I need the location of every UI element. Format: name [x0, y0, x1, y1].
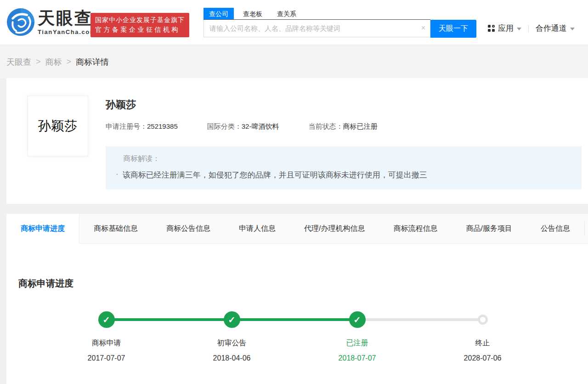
- tab-agency-info[interactable]: 代理/办理机构信息: [290, 214, 379, 243]
- official-endorsement-badge: 国家中小企业发展子基金旗下 官方备案企业征信机构: [90, 13, 189, 37]
- breadcrumb-home[interactable]: 天眼查: [6, 57, 31, 68]
- search-input[interactable]: [204, 20, 430, 37]
- timeline-step-preliminary: ✓ 初审公告 2018-04-06: [169, 311, 294, 362]
- field-value: 25219385: [147, 122, 178, 130]
- chevron-down-icon: [570, 28, 575, 30]
- tab-basic-info[interactable]: 商标基础信息: [79, 214, 152, 243]
- field-value: 32-啤酒饮料: [242, 122, 279, 130]
- trademark-summary-card: 孙颖莎 孙颖莎 申请注册号：25219385 国际分类：32-啤酒饮料 当前状态…: [6, 78, 588, 204]
- search-box: ×: [204, 20, 430, 37]
- step-name: 已注册: [294, 338, 420, 348]
- tab-application-progress[interactable]: 商标申请进度: [6, 214, 79, 244]
- tab-announcement-info[interactable]: 商标公告信息: [152, 214, 225, 243]
- tab-process-info[interactable]: 商标流程信息: [379, 214, 452, 243]
- apps-grid-icon: [488, 25, 495, 32]
- timeline-step-termination: 终止 2028-07-06: [420, 311, 545, 362]
- step-date: 2018-04-06: [169, 354, 294, 362]
- trademark-interpretation-box: 商标解读： · 该商标已经注册满三年，如侵犯了您的品牌，并且可证明该商标未进行使…: [106, 146, 582, 189]
- tab-divider: [584, 221, 585, 236]
- tab-applicant-info[interactable]: 申请人信息: [225, 214, 290, 243]
- progress-section: 商标申请进度 ✓ 商标申请 2017-07-07 ✓ 初审公告 2018-04-…: [6, 244, 588, 384]
- logo-text: 天眼查 TianYanCha.com: [38, 9, 96, 35]
- top-nav: 应用 合作通道: [488, 23, 575, 34]
- nav-apps-label: 应用: [498, 23, 514, 34]
- search-tab-boss[interactable]: 查老板: [237, 8, 268, 19]
- check-circle-icon: ✓: [98, 311, 115, 328]
- progress-section-title: 商标申请进度: [18, 277, 74, 290]
- pending-circle-icon: [478, 315, 488, 325]
- interpretation-title: 商标解读：: [123, 154, 572, 164]
- clear-input-icon[interactable]: ×: [421, 23, 425, 33]
- trademark-fields: 申请注册号：25219385 国际分类：32-啤酒饮料 当前状态：商标已注册: [106, 122, 407, 131]
- check-circle-icon: ✓: [224, 311, 240, 328]
- interpretation-text: 该商标已经注册满三年，如侵犯了您的品牌，并且可证明该商标未进行使用，可提出撤三: [123, 170, 427, 180]
- badge-line2: 官方备案企业征信机构: [95, 25, 185, 34]
- field-label: 申请注册号：: [106, 122, 147, 130]
- tianyancha-logo[interactable]: 天眼查 TianYanCha.com: [6, 8, 96, 36]
- field-label: 当前状态：: [308, 122, 343, 130]
- step-date: 2018-07-07: [294, 354, 420, 362]
- trademark-name: 孙颖莎: [106, 98, 136, 112]
- detail-tabbar: 商标申请进度 商标基础信息 商标公告信息 申请人信息 代理/办理机构信息 商标流…: [6, 214, 588, 244]
- trademark-image: 孙颖莎: [28, 96, 88, 156]
- field-label: 国际分类：: [207, 122, 242, 130]
- timeline-step-application: ✓ 商标申请 2017-07-07: [44, 311, 169, 362]
- nav-apps[interactable]: 应用: [488, 23, 521, 34]
- search-button[interactable]: 天眼一下: [430, 20, 476, 38]
- check-circle-icon: ✓: [349, 311, 366, 328]
- step-name: 商标申请: [44, 338, 169, 348]
- chevron-down-icon: [517, 28, 521, 30]
- tab-gazette-info[interactable]: 公告信息: [526, 214, 584, 243]
- progress-timeline: ✓ 商标申请 2017-07-07 ✓ 初审公告 2018-04-06 ✓ 已注…: [44, 311, 545, 362]
- field-value: 商标已注册: [343, 122, 377, 130]
- search-module: 查公司 查老板 查关系 × 天眼一下: [204, 8, 476, 38]
- bullet-icon: ·: [116, 170, 119, 180]
- nav-divider: [528, 25, 529, 32]
- nav-partner-label: 合作通道: [536, 23, 567, 34]
- step-name: 终止: [420, 338, 545, 348]
- search-row: × 天眼一下: [204, 20, 476, 38]
- field-international-class: 国际分类：32-啤酒饮料: [207, 122, 279, 131]
- breadcrumb-separator: >: [36, 57, 41, 67]
- search-tab-company[interactable]: 查公司: [204, 8, 234, 19]
- breadcrumb-separator: >: [67, 57, 72, 67]
- tianyancha-logo-icon: [6, 8, 35, 36]
- interpretation-row: · 该商标已经注册满三年，如侵犯了您的品牌，并且可证明该商标未进行使用，可提出撤…: [123, 170, 572, 180]
- timeline-step-registered: ✓ 已注册 2018-07-07: [294, 311, 420, 362]
- field-registration-number: 申请注册号：25219385: [106, 122, 178, 131]
- top-header: 天眼查 TianYanCha.com 国家中小企业发展子基金旗下 官方备案企业征…: [0, 0, 588, 45]
- logo-title: 天眼查: [38, 9, 96, 28]
- nav-partner[interactable]: 合作通道: [536, 23, 575, 34]
- badge-line1: 国家中小企业发展子基金旗下: [95, 15, 185, 25]
- breadcrumb: 天眼查 > 商标 > 商标详情: [0, 46, 588, 78]
- search-tab-relation[interactable]: 查关系: [271, 8, 302, 19]
- tab-goods-services[interactable]: 商品/服务项目: [452, 214, 526, 243]
- step-name: 初审公告: [169, 338, 294, 348]
- trademark-detail-page: 天眼查 TianYanCha.com 国家中小企业发展子基金旗下 官方备案企业征…: [0, 0, 588, 384]
- breadcrumb-trademark[interactable]: 商标: [45, 57, 62, 68]
- timeline-steps: ✓ 商标申请 2017-07-07 ✓ 初审公告 2018-04-06 ✓ 已注…: [44, 311, 545, 362]
- step-date: 2028-07-06: [420, 354, 545, 362]
- breadcrumb-current: 商标详情: [76, 57, 109, 68]
- search-tabs: 查公司 查老板 查关系: [204, 8, 430, 20]
- logo-domain: TianYanCha.com: [38, 29, 96, 35]
- field-current-status: 当前状态：商标已注册: [308, 122, 377, 131]
- step-date: 2017-07-07: [44, 354, 169, 362]
